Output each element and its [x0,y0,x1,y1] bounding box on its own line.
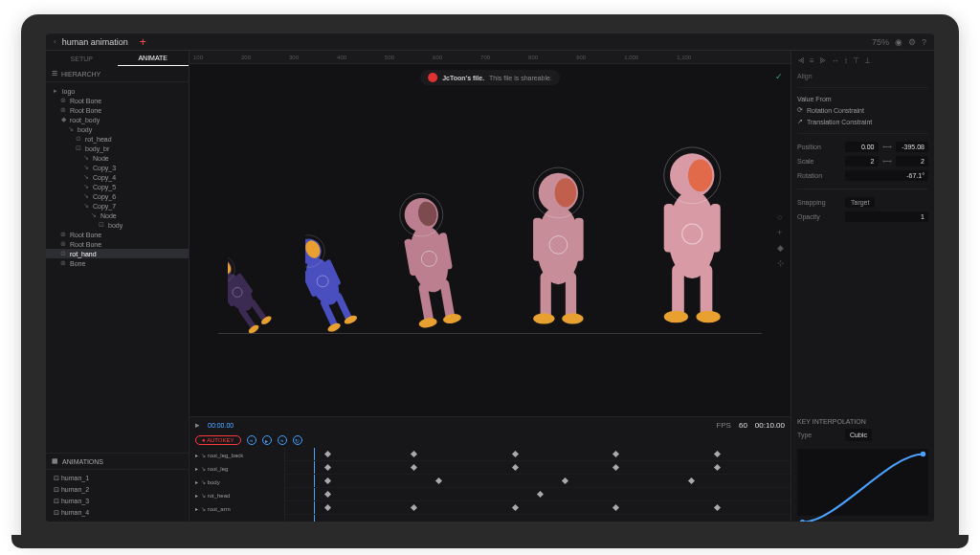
tree-item[interactable]: ◆root_body [46,115,189,124]
tree-item[interactable]: ↘Copy_3 [46,163,189,172]
track-lane[interactable] [285,501,791,515]
tree-item[interactable]: ⊙rot_hand [46,249,189,258]
interp-curve[interactable] [797,449,928,516]
track-lane[interactable] [285,461,791,475]
help-icon[interactable]: ? [922,37,926,47]
dist-h-icon[interactable]: ↔ [832,56,839,65]
track-lane[interactable] [285,448,791,461]
translation-constraint-row[interactable]: ↗ Translation Constraint [797,118,928,125]
duration[interactable]: 00:10.00 [755,421,785,430]
track-name[interactable]: ▸ ↘ rot_head [189,488,284,501]
tree-item[interactable]: ↘Copy_5 [46,182,189,191]
keyframe[interactable] [324,504,331,511]
keyframe[interactable] [512,504,519,511]
link-icon[interactable]: ⟷ [882,158,892,166]
tree-item[interactable]: ⊚Root Bone [46,230,189,239]
viewport[interactable]: JcToon's file. This file is shareable. ✓… [189,64,791,416]
tree-item[interactable]: ↘Copy_4 [46,172,189,182]
tree-item[interactable]: ↘body [46,124,189,134]
keyframe[interactable] [324,491,331,498]
ruler[interactable]: 100200300 400500600 700800900 1,0001,100 [189,51,791,64]
hierarchy-header[interactable]: ☰ HIERARCHY [46,66,189,82]
figure[interactable] [504,138,612,334]
current-time[interactable]: 00:00.00 [208,422,234,429]
tree-item[interactable]: ↘Copy_6 [46,191,189,201]
animation-item[interactable]: ⊡ human_2 [46,484,189,496]
track-name[interactable]: ▸ ↘ root_leg_back [189,448,284,461]
skip-back-button[interactable]: « [247,435,256,445]
keyframe[interactable] [612,451,619,457]
hierarchy-tree[interactable]: ▸logo⊚Root Bone⊚Root Bone◆root_body↘body… [46,82,189,453]
target-button[interactable]: Target [845,197,875,208]
animation-item[interactable]: ⊡ human_3 [46,496,189,507]
track-name[interactable]: ▸ ↘ root_arm [189,501,284,515]
tree-item[interactable]: ⊚Root Bone [46,239,189,249]
play-button[interactable]: ▸ [195,420,200,430]
animation-item[interactable]: ⊡ human_1 [46,473,189,484]
track-lanes[interactable] [285,448,791,522]
check-icon[interactable]: ✓ [775,72,783,81]
keyframe[interactable] [411,464,417,471]
tree-item[interactable]: ↘Node [46,153,189,163]
align-center-icon[interactable]: ≡ [810,56,814,65]
keyframe[interactable] [612,464,619,471]
figure[interactable] [392,166,484,334]
keyframe[interactable] [562,477,568,484]
align-right-icon[interactable]: ⫸ [819,56,827,65]
fps-value[interactable]: 60 [739,421,747,430]
autokey-button[interactable]: ● AUTOKEY [195,435,241,445]
link-icon[interactable]: ⟷ [882,144,892,151]
keyframe[interactable] [714,464,721,471]
add-icon[interactable]: + [140,35,146,49]
keyframe[interactable] [612,504,619,511]
tree-item[interactable]: ↘Node [46,211,189,220]
rotation-input[interactable]: -67.1° [845,170,928,181]
track-lane[interactable] [285,488,791,501]
skip-fwd-button[interactable]: » [278,435,287,445]
keyframe[interactable] [512,451,519,457]
track-lane[interactable] [285,475,791,488]
tree-item[interactable]: ⊙rot_head [46,134,189,144]
tree-item[interactable]: ↘Copy_7 [46,201,189,211]
tree-item[interactable]: ⊚Bone [46,258,189,268]
figure[interactable] [228,229,286,334]
chevron-left-icon[interactable]: ‹ [54,37,56,46]
track-name[interactable]: ▸ ↘ root_leg [189,461,284,475]
align-left-icon[interactable]: ⫷ [797,56,805,65]
figure[interactable] [632,114,753,334]
animations-header[interactable]: ▦ ANIMATIONS [46,453,189,470]
gear-icon[interactable]: ⚙ [908,37,916,47]
tree-item[interactable]: ▸logo [46,86,189,96]
keyframe[interactable] [324,477,331,484]
keyframe[interactable] [324,464,331,471]
share-notification[interactable]: JcToon's file. This file is shareable. [420,70,560,85]
track-name[interactable]: ▸ ↘ body [189,475,284,488]
interp-type-select[interactable]: Cubic [845,429,872,441]
keyframe[interactable] [688,477,695,484]
zoom-value[interactable]: 75% [872,37,889,47]
keyframe[interactable] [537,491,544,498]
eye-icon[interactable]: ◉ [895,37,902,47]
pos-y-input[interactable]: -395.08 [896,142,929,152]
tree-item[interactable]: ⊚Root Bone [46,96,189,105]
keyframe[interactable] [512,464,519,471]
scale-x-input[interactable]: 2 [845,156,879,166]
align-top-icon[interactable]: ⊤ [853,56,859,65]
tab-animate[interactable]: ANIMATE [118,51,189,66]
tree-item[interactable]: ⊡body_br [46,144,189,153]
tool-key-icon[interactable]: ◆ [777,243,785,253]
scale-y-input[interactable]: 2 [896,156,929,166]
keyframe[interactable] [714,451,721,457]
keyframe[interactable] [324,451,331,457]
tree-item[interactable]: ⊚Root Bone [46,105,189,115]
play-loop-button[interactable]: ▸ [262,435,272,445]
keyframe[interactable] [435,477,442,484]
rotation-constraint-row[interactable]: ⟳ Rotation Constraint [797,106,928,114]
figure[interactable] [305,210,374,334]
tool-plus-icon[interactable]: + [777,228,785,237]
keyframe[interactable] [714,504,721,511]
pos-x-input[interactable]: 0.00 [845,142,879,152]
opacity-input[interactable]: 1 [845,211,928,222]
loop-button[interactable]: ↻ [293,435,302,445]
align-bottom-icon[interactable]: ⊥ [864,56,871,65]
